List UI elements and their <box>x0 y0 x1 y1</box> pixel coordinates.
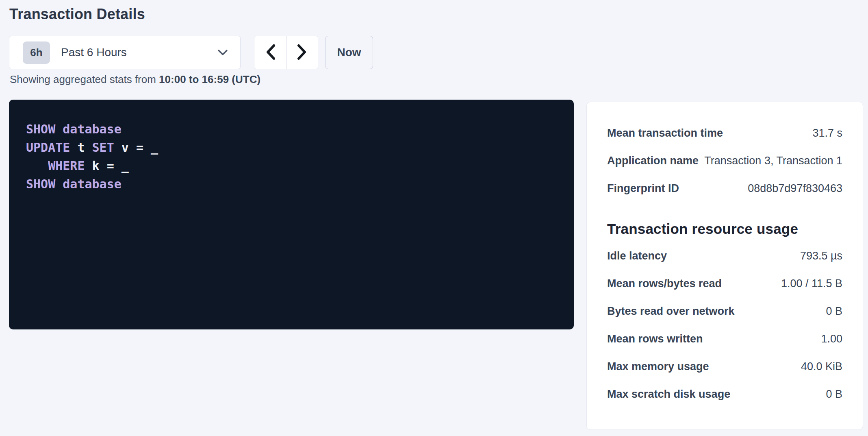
time-step-button-group <box>254 36 318 69</box>
next-time-button[interactable] <box>286 36 318 69</box>
transaction-details-page: Transaction Details 6h Past 6 Hours <box>0 0 868 436</box>
sql-text-token: v = _ <box>114 140 158 155</box>
sql-keyword-token: SET <box>92 140 114 155</box>
sql-text-token <box>55 177 63 191</box>
stat-row: Mean transaction time31.7 s <box>607 119 842 147</box>
stat-value: Transaction 3, Transaction 1 <box>704 155 842 167</box>
sql-text-token: k = _ <box>85 159 129 173</box>
time-range-dropdown[interactable]: 6h Past 6 Hours <box>9 36 241 69</box>
sql-line: WHERE k = _ <box>26 157 557 175</box>
stat-value: 0 B <box>826 388 842 401</box>
page-title: Transaction Details <box>9 6 145 23</box>
sql-text-token <box>26 159 48 173</box>
stat-row: Fingerprint ID08d8b7d97f830463 <box>607 174 842 202</box>
stat-value: 40.0 KiB <box>801 360 842 373</box>
stat-label: Max memory usage <box>607 360 709 373</box>
sql-keyword-token: database <box>63 177 122 191</box>
stat-value: 08d8b7d97f830463 <box>748 182 842 195</box>
stat-label: Idle latency <box>607 250 667 262</box>
stat-label: Max scratch disk usage <box>607 388 730 401</box>
card-divider <box>607 206 842 206</box>
chevron-right-icon <box>297 44 308 62</box>
chevron-left-icon <box>265 44 276 62</box>
stat-row: Bytes read over network0 B <box>607 297 842 325</box>
chevron-down-icon <box>217 49 228 56</box>
sql-keyword-token: UPDATE <box>26 140 70 155</box>
stat-label: Bytes read over network <box>607 305 735 318</box>
sql-line: SHOW database <box>26 120 557 138</box>
previous-time-button[interactable] <box>254 36 286 69</box>
stat-label: Mean rows/bytes read <box>607 277 722 290</box>
stat-row: Max memory usage40.0 KiB <box>607 353 842 380</box>
stat-row: Idle latency793.5 µs <box>607 242 842 270</box>
stat-value: 1.00 / 11.5 B <box>781 277 842 290</box>
time-range-toolbar: 6h Past 6 Hours <box>9 36 373 69</box>
sql-keyword-token: WHERE <box>48 159 85 173</box>
stat-value: 793.5 µs <box>800 250 842 262</box>
stat-row: Max scratch disk usage0 B <box>607 380 842 408</box>
stat-row: Mean rows/bytes read1.00 / 11.5 B <box>607 270 842 297</box>
aggregation-range-prefix: Showing aggregated stats from <box>10 73 159 85</box>
resource-rows: Idle latency793.5 µsMean rows/bytes read… <box>607 242 842 408</box>
aggregation-range-value: 10:00 to 16:59 (UTC) <box>159 73 260 85</box>
time-range-badge: 6h <box>23 41 50 64</box>
stat-value: 1.00 <box>821 333 842 345</box>
sql-keyword-token: SHOW <box>26 122 55 136</box>
stat-row: Application nameTransaction 3, Transacti… <box>607 147 842 174</box>
sql-text-token: t <box>70 140 92 155</box>
sql-keyword-token: SHOW <box>26 177 55 191</box>
stat-value: 31.7 s <box>812 127 842 140</box>
sql-line: SHOW database <box>26 175 557 193</box>
stat-label: Mean rows written <box>607 333 703 345</box>
sql-keyword-token: database <box>63 122 122 136</box>
time-range-label: Past 6 Hours <box>61 46 127 59</box>
sql-statements-box: SHOW databaseUPDATE t SET v = _ WHERE k … <box>9 100 574 329</box>
resource-usage-heading: Transaction resource usage <box>607 221 842 237</box>
now-button[interactable]: Now <box>325 36 373 69</box>
transaction-summary-card: Mean transaction time31.7 sApplication n… <box>586 102 863 430</box>
stat-label: Application name <box>607 155 699 167</box>
stat-row: Mean rows written1.00 <box>607 325 842 353</box>
stat-label: Mean transaction time <box>607 127 723 140</box>
summary-rows: Mean transaction time31.7 sApplication n… <box>607 119 842 202</box>
sql-text-token <box>55 122 63 136</box>
aggregation-range-text: Showing aggregated stats from 10:00 to 1… <box>10 73 260 86</box>
stat-value: 0 B <box>826 305 842 318</box>
stat-label: Fingerprint ID <box>607 182 679 195</box>
sql-line: UPDATE t SET v = _ <box>26 138 557 157</box>
